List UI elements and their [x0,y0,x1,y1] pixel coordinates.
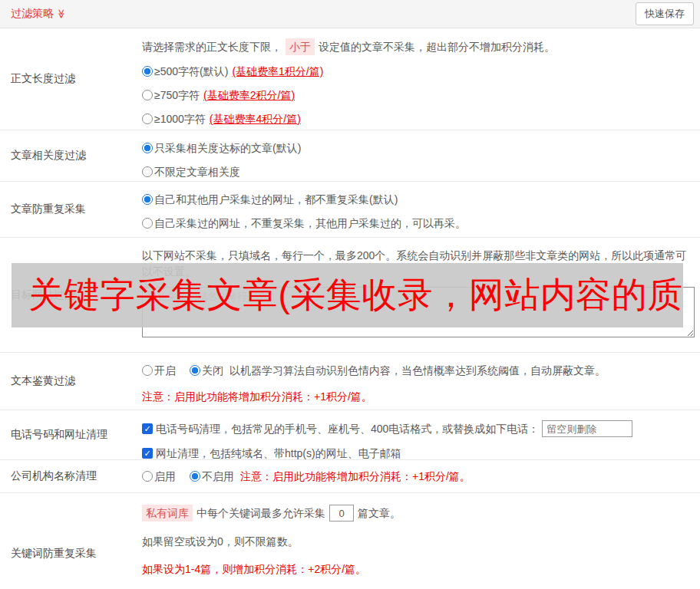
row-keyword-dedup: 关键词防重复采集 私有词库 中每个关键词最多允许采集 篇文章。 如果留空或设为0… [0,493,700,589]
row-label-relevance: 文章相关度过滤 [0,130,142,181]
porn-off-label[interactable]: 关闭 [202,363,223,378]
dedup-option-2-label: 自己采集过的网址，不重复采集，其他用户采集过的，可以再采。 [154,216,466,231]
radio-1000-icon[interactable] [142,114,153,124]
row-content: 私有词库 中每个关键词最多允许采集 篇文章。 如果留空或设为0，则不限篇数。 如… [142,493,700,589]
length-intro-pre: 请选择需求的正文长度下限， [142,39,282,54]
length-option-750-note: (基础费率2积分/篇) [203,87,295,103]
length-option-750[interactable]: ≥750字符 (基础费率2积分/篇) [142,87,694,103]
keyword-limit-end: 篇文章。 [358,505,401,521]
phone-clean-option: 电话号码清理，包括常见的手机号、座机号、400电话格式，或替换成如下电话： [142,420,694,437]
row-content: 开启 关闭 以机器学习算法自动识别色情内容，当色情概率达到系统阈值，自动屏蔽文章… [142,353,700,410]
row-content-length-filter: 正文长度过滤 请选择需求的正文长度下限， 小于 设定值的文章不采集，超出部分不增… [0,28,700,130]
row-porn-filter: 文本鉴黄过滤 开启 关闭 以机器学习算法自动识别色情内容，当色情概率达到系统阈值… [0,353,700,410]
radio-dedup-all-icon[interactable] [142,194,153,205]
phone-clean-label: 电话号码清理，包括常见的手机号、座机号、400电话格式，或替换成如下电话： [156,421,539,436]
row-label-keyword: 关键词防重复采集 [0,493,142,589]
filter-settings-page: 过滤策略 快速保存 正文长度过滤 请选择需求的正文长度下限， 小于 设定值的文章… [0,0,700,589]
row-relevance-filter: 文章相关度过滤 只采集相关度达标的文章(默认) 不限定文章相关度 [0,130,700,182]
row-content: 自己和其他用户采集过的网址，都不重复采集(默认) 自己采集过的网址，不重复采集，… [142,182,700,237]
page-title-label: 过滤策略 [11,7,54,21]
row-label-dedup: 文章防重复采集 [0,182,142,237]
replacement-phone-input[interactable] [542,420,632,437]
keyword-max-count-input[interactable] [329,505,354,522]
row-label-company: 公司机构名称清理 [0,460,142,492]
less-than-badge: 小于 [286,38,315,55]
keyword-note-cost: 如果设为1-4篇，则增加积分消耗：+2积分/篇。 [142,561,694,577]
length-intro-post: 设定值的文章不采集，超出部分不增加积分消耗。 [319,39,555,54]
company-on-label[interactable]: 启用 [154,469,176,484]
quick-save-button[interactable]: 快速保存 [636,2,694,25]
dedup-option-1[interactable]: 自己和其他用户采集过的网址，都不重复采集(默认) [142,192,694,207]
row-dedup-filter: 文章防重复采集 自己和其他用户采集过的网址，都不重复采集(默认) 自己采集过的网… [0,182,700,238]
keyword-note-zero: 如果留空或设为0，则不限篇数。 [142,534,694,549]
row-content: 只采集相关度达标的文章(默认) 不限定文章相关度 [142,130,700,181]
length-option-500[interactable]: ≥500字符(默认) (基础费率1积分/篇) [142,64,694,79]
company-off-label[interactable]: 不启用 [202,469,234,484]
chevron-double-down-icon [57,9,66,19]
radio-500-icon[interactable] [142,66,153,77]
watermark-overlay: 关键字采集文章(采集收录，网站内容的质量 [12,263,683,327]
company-options: 启用 不启用 注意：启用此功能将增加积分消耗：+1积分/篇。 [142,469,694,484]
url-clean-label: 网址清理，包括纯域名、带http(s)的网址、电子邮箱 [156,446,401,461]
keyword-limit-mid: 中每个关键词最多允许采集 [196,505,325,521]
length-option-1000-note: (基础费率4积分/篇) [210,111,301,127]
radio-750-icon[interactable] [142,90,153,100]
length-option-1000-label: ≥1000字符 [154,111,206,127]
length-option-500-label: ≥500字符(默认) [154,64,228,79]
length-option-500-note: (基础费率1积分/篇) [232,64,323,79]
row-label-phone: 电话号码和网址清理 [0,410,142,459]
radio-company-off-icon[interactable] [190,471,200,482]
radio-porn-on-icon[interactable] [142,365,153,376]
radio-relevance-strict-icon[interactable] [142,143,153,153]
private-lexicon-badge[interactable]: 私有词库 [142,505,193,522]
page-title[interactable]: 过滤策略 [11,7,67,21]
relevance-option-2-label: 不限定文章相关度 [154,164,240,179]
radio-relevance-any-icon[interactable] [142,166,153,177]
dedup-option-2[interactable]: 自己采集过的网址，不重复采集，其他用户采集过的，可以再采。 [142,216,694,231]
length-intro: 请选择需求的正文长度下限， 小于 设定值的文章不采集，超出部分不增加积分消耗。 [142,38,694,55]
porn-note: 注意：启用此功能将增加积分消耗：+1积分/篇。 [142,389,694,404]
row-content: 启用 不启用 注意：启用此功能将增加积分消耗：+1积分/篇。 [142,460,700,492]
row-phone-url-clean: 电话号码和网址清理 电话号码清理，包括常见的手机号、座机号、400电话格式，或替… [0,410,700,460]
length-option-1000[interactable]: ≥1000字符 (基础费率4积分/篇) [142,111,694,127]
row-company-clean: 公司机构名称清理 启用 不启用 注意：启用此功能将增加积分消耗：+1积分/篇。 [0,460,700,493]
relevance-option-1-label: 只采集相关度达标的文章(默认) [154,140,301,156]
dedup-option-1-label: 自己和其他用户采集过的网址，都不重复采集(默认) [154,192,398,207]
checkbox-phone-clean-icon[interactable] [142,423,153,434]
row-content: 电话号码清理，包括常见的手机号、座机号、400电话格式，或替换成如下电话： 网址… [142,410,700,459]
radio-porn-off-icon[interactable] [190,365,200,376]
header-bar: 过滤策略 快速保存 [0,0,700,28]
relevance-option-1[interactable]: 只采集相关度达标的文章(默认) [142,140,694,156]
porn-options: 开启 关闭 以机器学习算法自动识别色情内容，当色情概率达到系统阈值，自动屏蔽文章… [142,363,694,378]
radio-dedup-own-icon[interactable] [142,218,153,229]
row-label-porn: 文本鉴黄过滤 [0,353,142,410]
porn-desc: 以机器学习算法自动识别色情内容，当色情概率达到系统阈值，自动屏蔽文章。 [229,363,606,378]
checkbox-url-clean-icon[interactable] [142,448,153,459]
url-clean-option: 网址清理，包括纯域名、带http(s)的网址、电子邮箱 [142,446,694,461]
company-note: 注意：启用此功能将增加积分消耗：+1积分/篇。 [240,469,471,484]
radio-company-on-icon[interactable] [142,471,153,482]
length-option-750-label: ≥750字符 [154,87,200,103]
keyword-limit-line: 私有词库 中每个关键词最多允许采集 篇文章。 [142,505,694,522]
row-label-content-length: 正文长度过滤 [0,28,142,130]
porn-on-label[interactable]: 开启 [154,363,176,378]
row-content: 请选择需求的正文长度下限， 小于 设定值的文章不采集，超出部分不增加积分消耗。 … [142,28,700,130]
relevance-option-2[interactable]: 不限定文章相关度 [142,164,694,179]
